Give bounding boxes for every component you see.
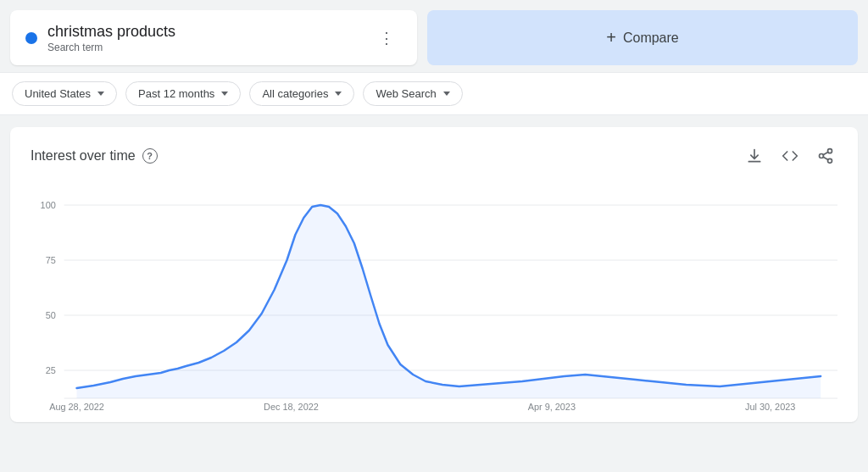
category-chevron-icon: [335, 92, 342, 96]
time-chevron-icon: [221, 92, 228, 96]
search-term-name: christmas products: [47, 22, 175, 42]
category-filter-button[interactable]: All categories: [249, 81, 354, 106]
filters-row: United States Past 12 months All categor…: [0, 72, 868, 115]
compare-button[interactable]: + Compare: [606, 28, 679, 47]
embed-button[interactable]: [778, 144, 802, 168]
time-filter-button[interactable]: Past 12 months: [125, 81, 241, 106]
compare-label: Compare: [623, 31, 679, 46]
share-icon: [817, 147, 834, 164]
region-chevron-icon: [97, 92, 104, 96]
download-icon: [746, 147, 763, 164]
chart-container: 100 75 50 25 Aug 28, 2022 Dec 18, 2022 A…: [31, 188, 837, 408]
chart-actions: [743, 144, 837, 168]
search-term-card: christmas products Search term ⋮: [10, 10, 417, 65]
search-type-filter-button[interactable]: Web Search: [363, 81, 462, 106]
chart-header: Interest over time ?: [31, 144, 837, 168]
region-filter-button[interactable]: United States: [12, 81, 117, 106]
x-label-aug: Aug 28, 2022: [49, 402, 104, 412]
y-label-50: 50: [46, 310, 56, 320]
region-filter-label: United States: [25, 87, 91, 100]
category-filter-label: All categories: [262, 87, 328, 100]
y-label-25: 25: [46, 365, 56, 375]
search-term-left: christmas products Search term: [25, 22, 175, 53]
search-term-type: Search term: [47, 42, 175, 53]
x-label-jul: Jul 30, 2023: [745, 402, 795, 412]
search-type-chevron-icon: [443, 92, 450, 96]
trend-chart: 100 75 50 25 Aug 28, 2022 Dec 18, 2022 A…: [31, 188, 837, 408]
svg-line-3: [823, 158, 828, 160]
search-term-text: christmas products Search term: [47, 22, 175, 53]
chart-title-row: Interest over time ?: [31, 148, 158, 164]
svg-line-4: [823, 153, 828, 155]
top-section: christmas products Search term ⋮ + Compa…: [0, 0, 868, 72]
search-type-filter-label: Web Search: [376, 87, 436, 100]
search-term-dot: [25, 32, 37, 44]
help-icon[interactable]: ?: [142, 148, 158, 164]
compare-card[interactable]: + Compare: [427, 10, 858, 65]
chart-section: Interest over time ?: [10, 127, 858, 422]
x-label-dec: Dec 18, 2022: [264, 402, 319, 412]
share-button[interactable]: [814, 144, 837, 168]
download-button[interactable]: [743, 144, 766, 168]
y-label-100: 100: [41, 200, 56, 210]
time-filter-label: Past 12 months: [138, 87, 214, 100]
compare-plus-icon: +: [606, 28, 616, 47]
chart-title: Interest over time: [31, 148, 136, 164]
y-label-75: 75: [46, 255, 56, 265]
embed-icon: [782, 147, 798, 164]
x-label-apr: Apr 9, 2023: [528, 402, 576, 412]
more-options-button[interactable]: ⋮: [371, 23, 402, 53]
